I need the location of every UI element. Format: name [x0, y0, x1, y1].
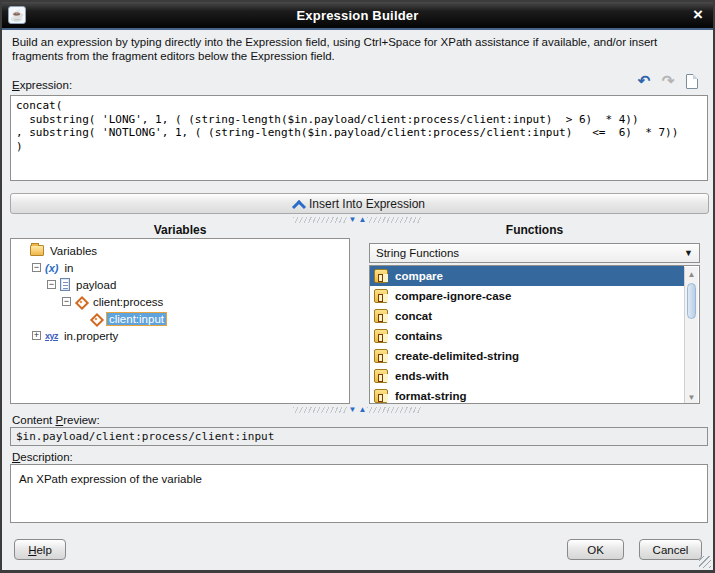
- xml-element-icon: [90, 313, 102, 325]
- function-item-contains[interactable]: contains: [370, 326, 684, 346]
- function-item-create-delimited-string[interactable]: create-delimited-string: [370, 346, 684, 366]
- undo-icon: ↶: [638, 72, 651, 90]
- window-title: Expression Builder: [2, 8, 713, 23]
- content-preview-label-pre: Content: [12, 414, 55, 426]
- xml-element-icon: [75, 296, 87, 308]
- expression-text: concat( substring( 'LONG', 1, ( (string-…: [11, 96, 707, 156]
- create-delimited-string-function-icon: [374, 349, 388, 363]
- function-category-dropdown[interactable]: String Functions ▼: [369, 243, 700, 263]
- undo-button[interactable]: ↶: [635, 72, 653, 90]
- splitter-collapse-down-icon[interactable]: ▼: [348, 406, 358, 414]
- tree-item-in[interactable]: −(x)in: [11, 259, 349, 276]
- function-category-value: String Functions: [376, 247, 459, 259]
- tree-item-label: Variables: [48, 245, 99, 257]
- tree-item-label: in: [62, 262, 75, 274]
- description-field: An XPath expression of the variable: [10, 464, 708, 523]
- functions-panel-header: Functions: [369, 223, 700, 237]
- title-bar[interactable]: ☕ Expression Builder ×: [2, 2, 713, 28]
- function-item-label: ends-with: [395, 370, 449, 382]
- insert-into-expression-button[interactable]: Insert Into Expression: [10, 193, 709, 214]
- property-xyz-icon: xyz: [45, 331, 58, 341]
- scroll-down-icon[interactable]: ▼: [685, 390, 698, 404]
- content-preview-field: $in.payload/client:process/client:input: [10, 427, 708, 446]
- description-label: Description:: [12, 451, 73, 463]
- close-icon[interactable]: ×: [693, 4, 703, 26]
- function-item-concat[interactable]: concat: [370, 306, 684, 326]
- variables-tree[interactable]: Variables−(x)in−payload−client:processcl…: [10, 238, 350, 404]
- content-preview-label-mnemonic: P: [55, 414, 63, 426]
- expression-label: Expression:: [12, 79, 72, 91]
- payload-document-icon: [60, 278, 70, 291]
- function-item-format-string[interactable]: format-string: [370, 386, 684, 404]
- horizontal-splitter-bottom[interactable]: ▼ ▲: [2, 406, 713, 414]
- tree-item-client-input[interactable]: client:input: [11, 310, 349, 327]
- expression-toolbar: ↶ ↷: [635, 72, 701, 90]
- redo-icon: ↷: [662, 72, 675, 90]
- tree-item-label: client:process: [91, 296, 165, 308]
- ok-button[interactable]: OK: [567, 539, 624, 560]
- resize-grip[interactable]: [699, 556, 711, 568]
- chevron-up-icon: [294, 202, 303, 211]
- cancel-button[interactable]: Cancel: [639, 539, 702, 560]
- function-item-compare[interactable]: compare: [370, 266, 684, 286]
- chevron-down-icon: ▼: [684, 248, 693, 258]
- expand-icon[interactable]: +: [32, 331, 41, 340]
- tree-item-in-property[interactable]: +xyzin.property: [11, 327, 349, 344]
- help-button[interactable]: Help: [14, 539, 66, 560]
- tree-item-payload[interactable]: −payload: [11, 276, 349, 293]
- clear-expression-button[interactable]: [683, 72, 701, 90]
- collapse-icon[interactable]: −: [32, 263, 41, 272]
- splitter-collapse-up-icon[interactable]: ▲: [358, 406, 368, 414]
- concat-function-icon: [374, 309, 388, 323]
- folder-open-icon: [30, 245, 44, 256]
- function-item-label: concat: [395, 310, 432, 322]
- compare-ignore-case-function-icon: [374, 289, 388, 303]
- expression-editor[interactable]: concat( substring( 'LONG', 1, ( (string-…: [10, 95, 708, 181]
- insert-button-label: Insert Into Expression: [309, 197, 425, 211]
- splitter-hatch: [367, 407, 422, 413]
- scroll-up-icon[interactable]: ▲: [685, 267, 698, 281]
- redo-button[interactable]: ↷: [659, 72, 677, 90]
- contains-function-icon: [374, 329, 388, 343]
- tree-item-label: payload: [74, 279, 118, 291]
- content-preview-label-rest: review:: [63, 414, 99, 426]
- splitter-collapse-up-icon[interactable]: ▲: [358, 216, 368, 224]
- expression-builder-dialog: ☕ Expression Builder × Build an expressi…: [0, 0, 715, 573]
- expression-label-rest: xpression:: [20, 79, 72, 91]
- description-label-rest: escription:: [20, 451, 72, 463]
- collapse-icon[interactable]: −: [62, 297, 71, 306]
- ends-with-function-icon: [374, 369, 388, 383]
- tree-item-client-process[interactable]: −client:process: [11, 293, 349, 310]
- function-item-label: compare: [395, 270, 443, 282]
- dialog-instructions: Build an expression by typing directly i…: [12, 35, 706, 63]
- function-item-label: create-delimited-string: [395, 350, 519, 362]
- functions-list[interactable]: comparecompare-ignore-caseconcatcontains…: [369, 265, 700, 404]
- compare-function-icon: [374, 269, 388, 283]
- help-label-rest: elp: [36, 544, 51, 556]
- function-item-compare-ignore-case[interactable]: compare-ignore-case: [370, 286, 684, 306]
- tree-item-label: in.property: [62, 330, 120, 342]
- splitter-hatch: [293, 407, 348, 413]
- titlebar-accent-line: [2, 28, 713, 30]
- variables-panel-header: Variables: [10, 223, 350, 237]
- function-item-label: contains: [395, 330, 442, 342]
- content-preview-label: Content Preview:: [12, 414, 100, 426]
- function-item-label: compare-ignore-case: [395, 290, 511, 302]
- functions-scrollbar[interactable]: ▲ ▼: [684, 267, 698, 404]
- tree-item-variables[interactable]: Variables: [11, 242, 349, 259]
- expression-label-mnemonic: E: [12, 79, 20, 91]
- function-item-label: format-string: [395, 390, 467, 402]
- format-string-function-icon: [374, 389, 388, 403]
- variable-icon: (x): [45, 262, 58, 274]
- function-item-ends-with[interactable]: ends-with: [370, 366, 684, 386]
- tree-item-label: client:input: [106, 312, 167, 326]
- scrollbar-thumb[interactable]: [687, 283, 696, 319]
- collapse-icon[interactable]: −: [47, 280, 56, 289]
- new-document-icon: [686, 74, 698, 89]
